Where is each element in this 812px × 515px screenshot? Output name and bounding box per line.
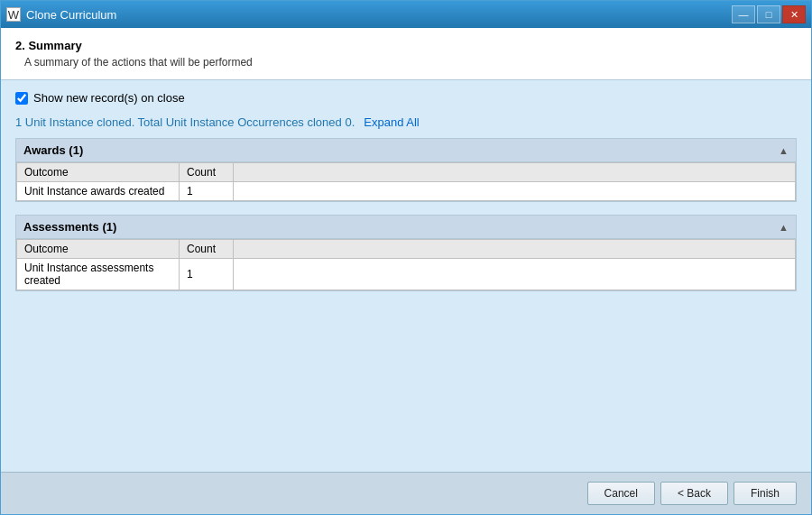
header-section: 2. Summary A summary of the actions that… xyxy=(1,28,811,80)
summary-text: 1 Unit Instance cloned. Total Unit Insta… xyxy=(15,115,355,129)
awards-section-header[interactable]: Awards (1) ▲ xyxy=(16,139,796,162)
show-new-records-row: Show new record(s) on close xyxy=(15,91,797,105)
assessments-row-extra xyxy=(234,259,796,290)
table-row: Unit Instance assessments created 1 xyxy=(17,259,796,290)
title-bar-left: W Clone Curriculum xyxy=(6,7,116,22)
awards-outcome-header: Outcome xyxy=(17,163,180,182)
table-row: Unit Instance awards created 1 xyxy=(17,182,796,201)
awards-section: Awards (1) ▲ Outcome Count Unit Instance… xyxy=(15,138,797,202)
awards-row-count: 1 xyxy=(180,182,234,201)
assessments-section-header[interactable]: Assessments (1) ▲ xyxy=(16,216,796,239)
assessments-collapse-arrow[interactable]: ▲ xyxy=(779,222,789,233)
assessments-row-outcome: Unit Instance assessments created xyxy=(17,259,180,290)
awards-count-header: Count xyxy=(180,163,234,182)
awards-table: Outcome Count Unit Instance awards creat… xyxy=(16,162,796,201)
assessments-section: Assessments (1) ▲ Outcome Count Unit Ins… xyxy=(15,215,797,291)
title-bar: W Clone Curriculum — □ ✕ xyxy=(1,1,811,28)
close-button[interactable]: ✕ xyxy=(782,5,806,23)
assessments-outcome-header: Outcome xyxy=(17,240,180,259)
finish-button[interactable]: Finish xyxy=(734,482,797,505)
assessments-section-title: Assessments (1) xyxy=(23,220,116,234)
assessments-row-count: 1 xyxy=(180,259,234,290)
footer: Cancel < Back Finish xyxy=(1,472,811,514)
back-button[interactable]: < Back xyxy=(660,482,728,505)
awards-extra-header xyxy=(234,163,796,182)
assessments-extra-header xyxy=(234,240,796,259)
title-bar-controls: — □ ✕ xyxy=(732,5,806,23)
cancel-button[interactable]: Cancel xyxy=(587,482,655,505)
window-title: Clone Curriculum xyxy=(26,8,116,22)
awards-collapse-arrow[interactable]: ▲ xyxy=(779,145,789,156)
main-window: W Clone Curriculum — □ ✕ 2. Summary A su… xyxy=(0,0,812,515)
assessments-count-header: Count xyxy=(180,240,234,259)
awards-table-header-row: Outcome Count xyxy=(17,163,796,182)
awards-row-outcome: Unit Instance awards created xyxy=(17,182,180,201)
assessments-table: Outcome Count Unit Instance assessments … xyxy=(16,239,796,290)
window-icon: W xyxy=(6,7,21,22)
show-new-records-label[interactable]: Show new record(s) on close xyxy=(33,91,185,105)
minimize-button[interactable]: — xyxy=(732,5,755,23)
maximize-button[interactable]: □ xyxy=(757,5,780,23)
step-label: 2. Summary xyxy=(15,39,797,52)
step-description: A summary of the actions that will be pe… xyxy=(24,56,797,69)
awards-section-title: Awards (1) xyxy=(23,143,83,157)
show-new-records-checkbox[interactable] xyxy=(15,92,28,105)
summary-line: 1 Unit Instance cloned. Total Unit Insta… xyxy=(15,115,797,129)
assessments-table-header-row: Outcome Count xyxy=(17,240,796,259)
expand-all-link[interactable]: Expand All xyxy=(364,115,419,129)
content-area: Show new record(s) on close 1 Unit Insta… xyxy=(1,80,811,472)
awards-row-extra xyxy=(234,182,796,201)
